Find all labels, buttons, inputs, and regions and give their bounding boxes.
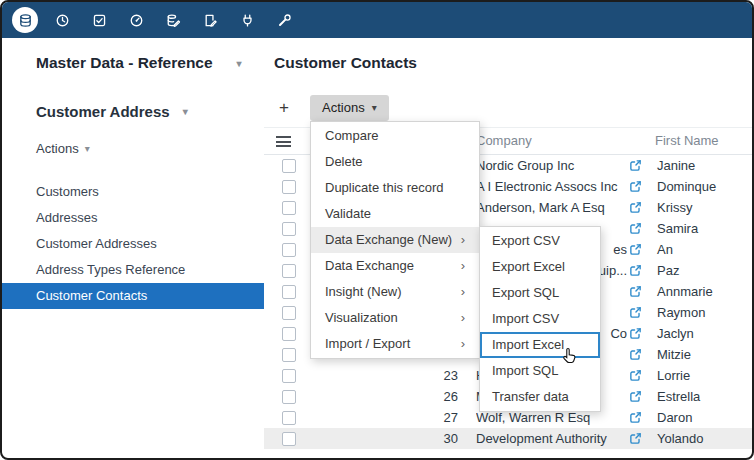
row-checkbox[interactable]: [282, 390, 296, 404]
clock-icon[interactable]: [49, 7, 75, 33]
open-record-cell: [627, 348, 649, 361]
submenu-arrow-icon: ›: [461, 253, 465, 279]
chevron-down-icon: ▾: [85, 143, 90, 154]
first-name-column-header[interactable]: First Name: [655, 133, 719, 148]
menu-item-data-exchange-new[interactable]: Data Exchange (New)›: [311, 227, 479, 253]
open-record-cell: [627, 285, 649, 298]
actions-button-label: Actions: [322, 95, 365, 121]
record-id-cell: 30: [300, 431, 458, 446]
submenu-item-export-csv[interactable]: Export CSV: [480, 228, 600, 254]
open-record-cell: [627, 180, 649, 193]
open-record-cell: [627, 201, 649, 214]
external-link-icon[interactable]: [629, 180, 642, 193]
menu-item-validate[interactable]: Validate: [311, 201, 479, 227]
submenu-item-transfer-data[interactable]: Transfer data: [480, 384, 600, 410]
external-link-icon[interactable]: [629, 306, 642, 319]
company-column-header[interactable]: Company: [476, 133, 532, 148]
external-link-icon[interactable]: [629, 327, 642, 340]
submenu-item-import-sql[interactable]: Import SQL: [480, 358, 600, 384]
workspace-selector[interactable]: Master Data - Reference ▾: [36, 54, 242, 72]
sidebar-item-customers[interactable]: Customers: [2, 179, 264, 205]
add-record-button[interactable]: +: [270, 95, 298, 121]
checkbox-cell: [264, 432, 300, 446]
open-record-cell: [627, 159, 649, 172]
external-link-icon[interactable]: [629, 411, 642, 424]
submenu-item-import-csv[interactable]: Import CSV: [480, 306, 600, 332]
external-link-icon[interactable]: [629, 390, 642, 403]
menu-item-visualization[interactable]: Visualization›: [311, 305, 479, 331]
row-checkbox[interactable]: [282, 369, 296, 383]
sidebar-item-customer-contacts[interactable]: Customer Contacts: [2, 283, 264, 309]
external-link-icon[interactable]: [629, 222, 642, 235]
external-link-icon[interactable]: [629, 432, 642, 445]
first-name-cell: Paz: [649, 263, 679, 278]
checkbox-cell: [264, 159, 300, 173]
checkbox-cell: [264, 369, 300, 383]
row-checkbox[interactable]: [282, 264, 296, 278]
sidebar-item-customer-addresses[interactable]: Customer Addresses: [2, 231, 264, 257]
menu-item-label: Insight (New): [325, 279, 402, 305]
row-checkbox[interactable]: [282, 306, 296, 320]
database-icon[interactable]: [12, 7, 38, 33]
column-options-icon[interactable]: [276, 136, 291, 150]
chevron-down-icon: ▾: [372, 95, 377, 121]
row-checkbox[interactable]: [282, 243, 296, 257]
menu-item-data-exchange[interactable]: Data Exchange›: [311, 253, 479, 279]
checkbox-cell: [264, 285, 300, 299]
row-checkbox[interactable]: [282, 180, 296, 194]
open-record-cell: [627, 327, 649, 340]
checkbox-cell: [264, 348, 300, 362]
menu-item-import-export[interactable]: Import / Export›: [311, 331, 479, 357]
menu-item-label: Import / Export: [325, 331, 410, 357]
company-cell: A I Electronic Assocs Inc: [476, 179, 627, 194]
row-checkbox[interactable]: [282, 201, 296, 215]
open-record-cell: [627, 369, 649, 382]
sidebar-item-address-types-reference[interactable]: Address Types Reference: [2, 257, 264, 283]
row-checkbox[interactable]: [282, 411, 296, 425]
sidebar-actions-button[interactable]: Actions ▾: [36, 141, 90, 156]
external-link-icon[interactable]: [629, 285, 642, 298]
row-checkbox[interactable]: [282, 222, 296, 236]
row-checkbox[interactable]: [282, 348, 296, 362]
submenu-item-import-excel[interactable]: Import Excel: [480, 332, 600, 358]
menu-item-duplicate-this-record[interactable]: Duplicate this record: [311, 175, 479, 201]
checkbox-cell: [264, 222, 300, 236]
external-link-icon[interactable]: [629, 159, 642, 172]
gauge-icon[interactable]: [123, 7, 149, 33]
data-exchange-submenu: Export CSVExport ExcelExport SQLImport C…: [479, 226, 601, 412]
menu-item-delete[interactable]: Delete: [311, 149, 479, 175]
external-link-icon[interactable]: [629, 201, 642, 214]
external-link-icon[interactable]: [629, 369, 642, 382]
open-record-cell: [627, 432, 649, 445]
submenu-item-export-sql[interactable]: Export SQL: [480, 280, 600, 306]
sidebar-item-addresses[interactable]: Addresses: [2, 205, 264, 231]
document-edit-icon[interactable]: [197, 7, 223, 33]
submenu-arrow-icon: ›: [461, 279, 465, 305]
module-selector[interactable]: Customer Address ▾: [36, 103, 188, 120]
record-id-cell: 23: [300, 368, 458, 383]
checklist-icon[interactable]: [86, 7, 112, 33]
checkbox-cell: [264, 264, 300, 278]
submenu-item-export-excel[interactable]: Export Excel: [480, 254, 600, 280]
plug-icon[interactable]: [234, 7, 260, 33]
row-checkbox[interactable]: [282, 159, 296, 173]
first-name-cell: Raymon: [649, 305, 705, 320]
row-checkbox[interactable]: [282, 285, 296, 299]
menu-item-insight-new[interactable]: Insight (New)›: [311, 279, 479, 305]
external-link-icon[interactable]: [629, 348, 642, 361]
checkbox-cell: [264, 201, 300, 215]
external-link-icon[interactable]: [629, 243, 642, 256]
external-link-icon[interactable]: [629, 264, 642, 277]
wrench-icon[interactable]: [271, 7, 297, 33]
row-checkbox[interactable]: [282, 432, 296, 446]
first-name-cell: Janine: [649, 158, 695, 173]
table-row: 30Development AuthorityYolando: [264, 428, 752, 449]
checkbox-cell: [264, 390, 300, 404]
page-title: Customer Contacts: [274, 54, 417, 72]
company-cell: Anderson, Mark A Esq: [476, 200, 627, 215]
workspace-title: Master Data - Reference: [36, 54, 213, 72]
menu-item-compare[interactable]: Compare: [311, 123, 479, 149]
actions-button[interactable]: Actions ▾: [310, 95, 389, 121]
row-checkbox[interactable]: [282, 327, 296, 341]
database-edit-icon[interactable]: [160, 7, 186, 33]
